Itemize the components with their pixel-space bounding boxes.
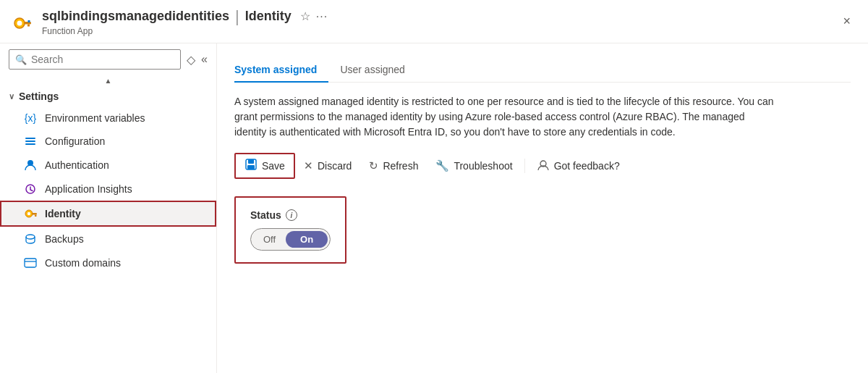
toolbar-separator <box>524 159 525 173</box>
discard-icon: ✕ <box>304 159 313 172</box>
troubleshoot-label: Troubleshoot <box>454 160 512 172</box>
settings-section-header[interactable]: ∨ Settings <box>0 86 216 106</box>
svg-rect-4 <box>27 24 30 26</box>
svg-rect-7 <box>25 141 35 142</box>
sidebar-item-backups[interactable]: Backups <box>0 227 216 251</box>
description-text: A system assigned managed identity is re… <box>234 94 777 140</box>
status-label: Status <box>250 209 281 221</box>
status-toggle[interactable]: Off On <box>250 228 331 251</box>
collapse-icon[interactable]: « <box>201 53 208 66</box>
svg-rect-14 <box>35 215 37 217</box>
feedback-button[interactable]: Got feedback? <box>528 155 629 177</box>
svg-rect-16 <box>25 259 36 267</box>
svg-rect-5 <box>28 20 30 22</box>
refresh-label: Refresh <box>383 160 418 172</box>
refresh-icon: ↻ <box>369 159 378 172</box>
save-btn-wrapper: Save <box>234 153 295 179</box>
identity-label: Identity <box>45 208 81 219</box>
status-section: Status i Off On <box>234 196 346 264</box>
app-icon <box>12 10 35 33</box>
troubleshoot-icon: 🔧 <box>435 159 449 172</box>
custom-domains-label: Custom domains <box>45 257 121 269</box>
search-icon: 🔍 <box>15 54 27 65</box>
content-area: System assigned User assigned A system a… <box>217 43 868 373</box>
tabs-container: System assigned User assigned <box>234 58 851 83</box>
svg-point-15 <box>26 235 35 239</box>
svg-point-12 <box>27 212 30 215</box>
save-icon <box>244 158 258 174</box>
feedback-icon <box>537 159 550 174</box>
header: sqlbindingsmanagedidentities | Identity … <box>0 0 868 43</box>
feedback-label: Got feedback? <box>554 160 620 172</box>
svg-rect-19 <box>248 159 254 164</box>
close-button[interactable]: × <box>837 11 856 32</box>
sidebar-item-authentication[interactable]: Authentication <box>0 153 216 177</box>
tab-user-assigned[interactable]: User assigned <box>328 58 417 83</box>
app-insights-label: Application Insights <box>45 183 132 195</box>
custom-domains-icon <box>23 258 38 268</box>
troubleshoot-button[interactable]: 🔧 Troubleshoot <box>427 156 521 176</box>
svg-rect-8 <box>25 143 35 145</box>
toolbar: Save ✕ Discard ↻ Refresh 🔧 Troubleshoot … <box>234 153 851 179</box>
sidebar-item-configuration[interactable]: Configuration <box>0 130 216 153</box>
diamond-icon[interactable]: ◇ <box>187 53 195 67</box>
settings-label: Settings <box>19 91 59 102</box>
discard-button[interactable]: ✕ Discard <box>295 156 360 176</box>
app-insights-icon <box>23 183 38 195</box>
env-vars-icon: {x} <box>23 112 38 124</box>
header-subtext: Function App <box>42 26 328 36</box>
authentication-icon <box>23 159 38 172</box>
page-title: Identity <box>245 9 292 24</box>
sidebar-item-env-vars[interactable]: {x} Environment variables <box>0 106 216 130</box>
env-vars-label: Environment variables <box>45 112 145 124</box>
status-header: Status i <box>250 209 331 221</box>
configuration-label: Configuration <box>45 135 105 147</box>
tab-system-assigned[interactable]: System assigned <box>234 58 328 83</box>
header-separator: | <box>235 7 239 26</box>
backups-label: Backups <box>45 233 84 245</box>
scroll-up-indicator: ▲ <box>0 75 216 86</box>
toggle-container[interactable]: Off On <box>250 228 331 251</box>
backups-icon <box>23 232 38 246</box>
svg-rect-20 <box>247 165 255 169</box>
configuration-icon <box>23 135 38 147</box>
favorite-icon[interactable]: ☆ <box>300 9 310 23</box>
sidebar-item-identity[interactable]: Identity <box>0 201 216 227</box>
save-label: Save <box>262 160 285 172</box>
refresh-button[interactable]: ↻ Refresh <box>360 156 427 176</box>
svg-point-2 <box>17 20 22 25</box>
more-options-icon[interactable]: ··· <box>316 10 328 23</box>
header-title-group: sqlbindingsmanagedidentities | Identity … <box>42 7 328 36</box>
sidebar-item-custom-domains[interactable]: Custom domains <box>0 251 216 274</box>
svg-rect-3 <box>24 22 31 25</box>
chevron-down-icon: ∨ <box>9 92 14 101</box>
app-name: sqlbindingsmanagedidentities <box>42 9 229 24</box>
identity-icon <box>23 206 38 221</box>
status-info-icon[interactable]: i <box>286 209 297 221</box>
svg-rect-6 <box>25 138 35 139</box>
sidebar-item-app-insights[interactable]: Application Insights <box>0 177 216 201</box>
main-layout: 🔍 ◇ « ▲ ∨ Settings {x} Environment varia… <box>0 43 868 373</box>
sidebar: 🔍 ◇ « ▲ ∨ Settings {x} Environment varia… <box>0 43 217 373</box>
discard-label: Discard <box>318 160 352 172</box>
search-box[interactable]: 🔍 <box>9 49 181 70</box>
search-input[interactable] <box>31 54 174 65</box>
save-button[interactable]: Save <box>236 154 294 177</box>
authentication-label: Authentication <box>45 159 109 171</box>
toggle-off-option[interactable]: Off <box>253 231 286 248</box>
svg-rect-13 <box>32 213 37 215</box>
toggle-on-option[interactable]: On <box>286 231 328 248</box>
